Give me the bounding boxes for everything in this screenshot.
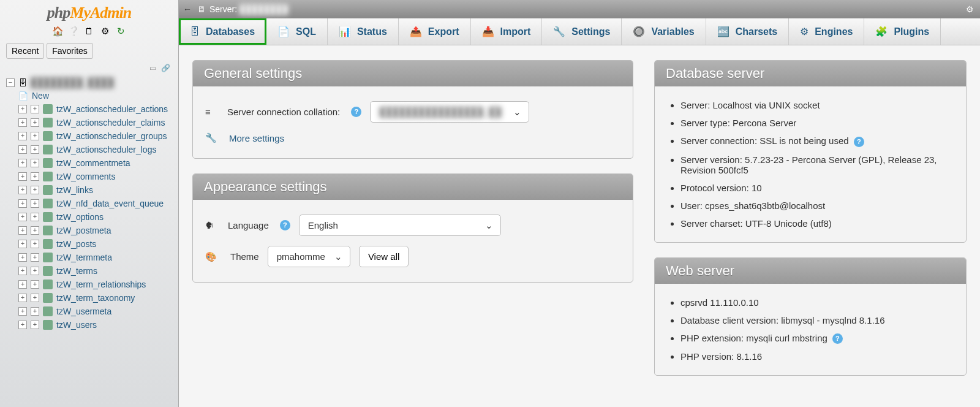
view-all-button[interactable]: View all <box>359 246 409 267</box>
favorites-button[interactable]: Favorites <box>47 43 93 59</box>
expand-toggle-icon[interactable]: + <box>18 199 27 208</box>
home-icon[interactable]: 🏠 <box>52 26 63 37</box>
expand-toggle-icon[interactable]: + <box>18 145 27 154</box>
help-icon[interactable]: ? <box>280 220 290 230</box>
expand-toggle-icon[interactable]: + <box>31 172 39 181</box>
language-select[interactable]: English ⌄ <box>299 215 501 236</box>
expand-toggle-icon[interactable]: + <box>18 240 27 248</box>
expand-toggle-icon[interactable]: + <box>31 132 39 140</box>
expand-toggle-icon[interactable]: + <box>18 307 27 316</box>
table-label[interactable]: tzW_users <box>56 320 97 330</box>
table-label[interactable]: tzW_term_taxonomy <box>56 293 135 303</box>
expand-toggle-icon[interactable]: + <box>18 267 27 275</box>
tree-table-item[interactable]: ++tzW_actionscheduler_actions <box>18 102 176 116</box>
link-icon[interactable]: 🔗 <box>161 64 170 72</box>
tab-databases[interactable]: 🗄Databases <box>179 18 266 45</box>
expand-toggle-icon[interactable]: + <box>31 105 39 113</box>
tree-table-item[interactable]: ++tzW_users <box>18 318 176 332</box>
tree-table-item[interactable]: ++tzW_commentmeta <box>18 156 176 170</box>
new-label[interactable]: New <box>32 91 49 101</box>
expand-toggle-icon[interactable]: + <box>31 321 39 329</box>
expand-toggle-icon[interactable]: + <box>31 159 39 167</box>
tree-table-item[interactable]: ++tzW_terms <box>18 264 176 278</box>
collapse-toggle-icon[interactable]: − <box>6 78 15 87</box>
reload-icon[interactable]: ↻ <box>115 26 126 37</box>
tree-table-item[interactable]: ++tzW_actionscheduler_logs <box>18 143 176 156</box>
tree-table-item[interactable]: ++tzW_usermeta <box>18 305 176 318</box>
table-label[interactable]: tzW_nfd_data_event_queue <box>56 199 164 208</box>
help-icon[interactable]: ? <box>832 333 843 344</box>
tab-plugins[interactable]: 🧩Plugins <box>864 18 941 45</box>
table-label[interactable]: tzW_comments <box>56 172 115 181</box>
tree-root[interactable]: − 🗄 ████████_████ <box>2 76 176 89</box>
collation-select[interactable]: ████████████████_██ ⌄ <box>370 101 529 123</box>
expand-toggle-icon[interactable]: + <box>31 294 39 302</box>
tab-status[interactable]: 📊Status <box>328 18 399 45</box>
tree-table-item[interactable]: ++tzW_nfd_data_event_queue <box>18 197 176 210</box>
expand-toggle-icon[interactable]: + <box>18 132 27 140</box>
tree-new-item[interactable]: New <box>18 89 176 102</box>
expand-toggle-icon[interactable]: + <box>31 240 39 248</box>
page-settings-icon[interactable]: ⚙ <box>966 4 974 14</box>
table-label[interactable]: tzW_commentmeta <box>56 158 130 168</box>
settings-icon[interactable]: ⚙ <box>99 26 110 37</box>
tab-engines[interactable]: ⚙Engines <box>789 18 864 45</box>
more-settings-link[interactable]: More settings <box>229 133 284 143</box>
database-name[interactable]: ████████_████ <box>31 77 114 88</box>
tree-table-item[interactable]: ++tzW_term_relationships <box>18 278 176 291</box>
table-label[interactable]: tzW_terms <box>56 266 97 276</box>
tab-import[interactable]: 📥Import <box>471 18 543 45</box>
help-icon[interactable]: ? <box>854 137 864 147</box>
tab-settings[interactable]: 🔧Settings <box>542 18 622 45</box>
tree-table-item[interactable]: ++tzW_actionscheduler_claims <box>18 116 176 129</box>
expand-toggle-icon[interactable]: + <box>18 186 27 194</box>
nav-back-icon[interactable]: ← <box>181 4 194 14</box>
table-label[interactable]: tzW_posts <box>56 239 96 249</box>
tree-table-item[interactable]: ++tzW_links <box>18 183 176 197</box>
expand-toggle-icon[interactable]: + <box>31 253 39 262</box>
expand-toggle-icon[interactable]: + <box>18 253 27 262</box>
expand-toggle-icon[interactable]: + <box>31 199 39 208</box>
expand-toggle-icon[interactable]: + <box>31 145 39 154</box>
tree-table-item[interactable]: ++tzW_postmeta <box>18 224 176 237</box>
expand-toggle-icon[interactable]: + <box>31 307 39 316</box>
expand-toggle-icon[interactable]: + <box>18 159 27 167</box>
expand-toggle-icon[interactable]: + <box>18 172 27 181</box>
help-icon[interactable]: ? <box>351 107 361 117</box>
tab-sql[interactable]: 📄SQL <box>266 18 328 45</box>
expand-toggle-icon[interactable]: + <box>31 280 39 289</box>
theme-select[interactable]: pmahomme ⌄ <box>268 246 350 267</box>
table-label[interactable]: tzW_actionscheduler_actions <box>56 104 168 114</box>
table-label[interactable]: tzW_actionscheduler_logs <box>56 145 156 154</box>
expand-toggle-icon[interactable]: + <box>18 105 27 113</box>
tree-table-item[interactable]: ++tzW_options <box>18 210 176 224</box>
expand-toggle-icon[interactable]: + <box>31 186 39 194</box>
tree-table-item[interactable]: ++tzW_term_taxonomy <box>18 291 176 305</box>
expand-toggle-icon[interactable]: + <box>31 267 39 275</box>
tab-variables[interactable]: 🔘Variables <box>622 18 706 45</box>
tab-export[interactable]: 📤Export <box>399 18 471 45</box>
sql-icon[interactable]: 🗒 <box>84 26 95 37</box>
table-label[interactable]: tzW_options <box>56 212 104 222</box>
expand-toggle-icon[interactable]: + <box>18 280 27 289</box>
expand-toggle-icon[interactable]: + <box>18 213 27 221</box>
tree-table-item[interactable]: ++tzW_comments <box>18 170 176 183</box>
expand-toggle-icon[interactable]: + <box>18 226 27 235</box>
table-label[interactable]: tzW_usermeta <box>56 306 111 316</box>
tree-table-item[interactable]: ++tzW_termmeta <box>18 251 176 264</box>
table-label[interactable]: tzW_actionscheduler_groups <box>56 131 167 141</box>
tree-table-item[interactable]: ++tzW_actionscheduler_groups <box>18 129 176 143</box>
expand-toggle-icon[interactable]: + <box>31 118 39 127</box>
tree-table-item[interactable]: ++tzW_posts <box>18 237 176 251</box>
expand-toggle-icon[interactable]: + <box>31 226 39 235</box>
expand-toggle-icon[interactable]: + <box>18 294 27 302</box>
expand-toggle-icon[interactable]: + <box>18 118 27 127</box>
table-label[interactable]: tzW_postmeta <box>56 226 111 235</box>
help-icon[interactable]: ❔ <box>68 26 79 37</box>
collapse-icon[interactable]: ▭ <box>148 64 156 72</box>
table-label[interactable]: tzW_term_relationships <box>56 280 146 289</box>
table-label[interactable]: tzW_termmeta <box>56 253 112 262</box>
table-label[interactable]: tzW_actionscheduler_claims <box>56 118 165 127</box>
tab-charsets[interactable]: 🔤Charsets <box>706 18 789 45</box>
expand-toggle-icon[interactable]: + <box>18 321 27 329</box>
